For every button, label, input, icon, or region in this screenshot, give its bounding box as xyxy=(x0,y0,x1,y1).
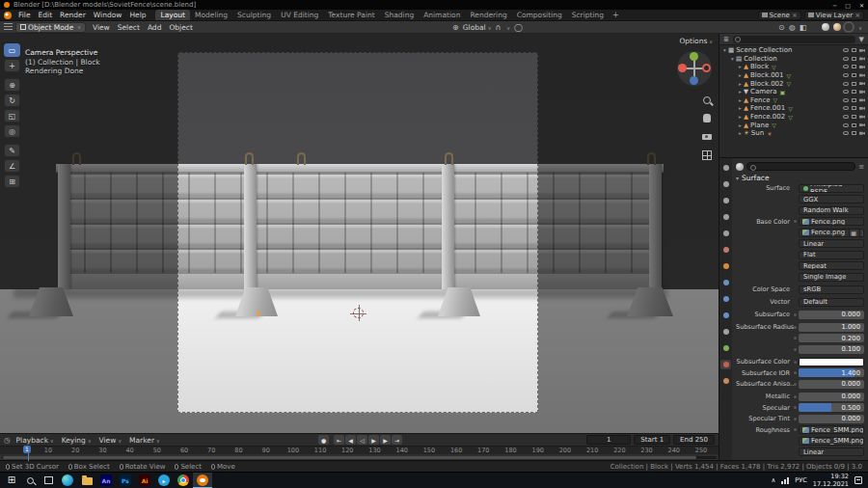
hide-in-viewport-icon[interactable] xyxy=(843,57,849,61)
viewport-menu-select[interactable]: Select xyxy=(114,23,144,32)
menu-help[interactable]: Help xyxy=(125,11,149,19)
viewport-menu-object[interactable]: Object xyxy=(165,23,196,32)
hide-in-viewport-icon[interactable] xyxy=(843,131,849,135)
properties-tab-physics[interactable] xyxy=(720,311,731,320)
taskbar-clock[interactable]: 19:32 17.12.2021 xyxy=(813,473,849,488)
decorate-dot[interactable] xyxy=(794,418,797,420)
expand-icon[interactable]: ▸ xyxy=(737,130,744,136)
annotate-tool[interactable]: ✎ xyxy=(4,144,20,157)
add-workspace-button[interactable]: + xyxy=(609,11,623,19)
camera-frame[interactable] xyxy=(177,52,538,413)
select-box-tool[interactable]: ▭ xyxy=(4,43,20,57)
orientation-select[interactable]: Global xyxy=(463,23,492,32)
outliner-row-block[interactable]: ▸▲Block▽ xyxy=(719,63,868,71)
fence-png-datablock[interactable]: Fence.png▦× xyxy=(799,229,864,237)
metallic-slider[interactable]: 0.000 xyxy=(799,393,864,401)
timeline-menu-view[interactable]: View xyxy=(95,436,125,445)
outliner-row-fence[interactable]: ▸▲Fence▽ xyxy=(719,96,868,105)
disable-in-viewports-icon[interactable] xyxy=(852,65,856,68)
hide-in-viewport-icon[interactable] xyxy=(843,115,849,119)
timeline-menu-playback[interactable]: Playback xyxy=(13,436,58,445)
menu-render[interactable]: Render xyxy=(56,11,90,19)
workspace-tab-uv-editing[interactable]: UV Editing xyxy=(276,10,323,20)
expand-icon[interactable]: ▸ xyxy=(737,114,744,120)
collapse-icon[interactable]: ▾ xyxy=(736,175,739,181)
decorate-dot[interactable] xyxy=(794,337,797,339)
specular-slider[interactable]: 0.500 xyxy=(799,403,864,412)
shading-solid-icon[interactable] xyxy=(822,23,829,31)
workspace-tab-animation[interactable]: Animation xyxy=(419,10,465,20)
menu-edit[interactable]: Edit xyxy=(35,11,57,19)
start-frame-field[interactable]: Start 1 xyxy=(634,435,670,445)
taskbar-app-blender[interactable] xyxy=(193,473,212,488)
decorate-dot[interactable] xyxy=(794,406,797,409)
workspace-tab-texture-paint[interactable]: Texture Paint xyxy=(323,10,379,20)
snap-magnet-icon[interactable]: ∩ xyxy=(495,23,501,32)
disable-in-viewports-icon[interactable] xyxy=(852,90,856,94)
linear-select[interactable]: Linear xyxy=(799,447,864,456)
disable-in-viewports-icon[interactable] xyxy=(852,106,856,110)
properties-filter-icon[interactable]: ≡ xyxy=(858,163,864,171)
pan-control[interactable] xyxy=(700,112,713,124)
jump-to-start-button[interactable]: ⇤ xyxy=(334,435,344,445)
disable-in-renders-icon[interactable] xyxy=(859,90,865,94)
tray-expand-icon[interactable]: ∧ xyxy=(772,476,776,484)
disable-in-renders-icon[interactable] xyxy=(859,48,865,52)
hide-in-viewport-icon[interactable] xyxy=(843,48,849,52)
start-button[interactable]: ⊞ xyxy=(3,473,20,488)
timeline-editor-icon[interactable]: ◷ xyxy=(4,436,11,445)
network-icon[interactable] xyxy=(781,477,789,484)
taskbar-app-illustrator[interactable]: Ai xyxy=(135,473,154,488)
outliner-row-fence-001[interactable]: ▸▲Fence.001▽ xyxy=(719,104,868,113)
outliner-editor-icon[interactable]: ≣ xyxy=(723,36,729,43)
hide-in-viewport-icon[interactable] xyxy=(843,73,849,77)
timeline-editor[interactable]: ◷ PlaybackKeyingViewMarker ●⇤◀◁▶▶⇥ 1 Sta… xyxy=(0,433,719,460)
disable-in-renders-icon[interactable] xyxy=(859,123,865,127)
disable-in-viewports-icon[interactable] xyxy=(852,123,856,127)
outliner-row-block-001[interactable]: ▸▲Block.001▽ xyxy=(719,71,868,80)
expand-icon[interactable]: ▸ xyxy=(737,105,744,111)
open-image-icon[interactable]: ▦ xyxy=(849,230,857,236)
properties-tab-modifiers[interactable] xyxy=(720,278,731,287)
decorate-dot[interactable] xyxy=(794,361,797,364)
workspace-tab-compositing[interactable]: Compositing xyxy=(512,10,567,20)
disable-in-viewports-icon[interactable] xyxy=(852,115,856,119)
expand-icon[interactable]: ▸ xyxy=(737,89,744,95)
random-walk-select[interactable]: Random Walk xyxy=(799,206,864,215)
toggle-ortho-control[interactable] xyxy=(700,149,713,161)
decorate-dot[interactable] xyxy=(794,383,797,386)
ggx-select[interactable]: GGX xyxy=(799,195,864,203)
hide-in-viewport-icon[interactable] xyxy=(843,123,849,127)
timeline-menu-keying[interactable]: Keying xyxy=(58,436,95,445)
workspace-tab-scripting[interactable]: Scripting xyxy=(567,10,609,20)
subsurface-slider[interactable]: 0.000 xyxy=(799,311,864,319)
0-200-slider[interactable]: 0.200 xyxy=(799,334,864,342)
outliner-row-camera[interactable]: ▸▼Camera▣ xyxy=(719,88,868,96)
show-gizmo-icon[interactable]: ⊙ xyxy=(778,23,785,32)
taskbar-app-telegram[interactable] xyxy=(154,473,174,488)
expand-icon[interactable]: ▾ xyxy=(721,47,728,53)
decorate-dot[interactable] xyxy=(794,348,797,351)
vector-select[interactable]: Default xyxy=(799,298,864,307)
decorate-dot[interactable] xyxy=(794,371,797,374)
disable-in-viewports-icon[interactable] xyxy=(852,73,856,77)
mode-select[interactable]: Object Mode xyxy=(15,22,86,33)
shading-material-preview-icon[interactable] xyxy=(833,23,841,31)
outliner-search-input[interactable] xyxy=(733,36,855,43)
properties-search-input[interactable] xyxy=(746,162,855,171)
disable-in-renders-icon[interactable] xyxy=(859,106,865,110)
properties-tab-output[interactable] xyxy=(720,196,731,205)
properties-tab-constraints[interactable] xyxy=(720,327,731,337)
outliner-row-collection[interactable]: ▾▤Collection xyxy=(719,55,868,64)
disable-in-viewports-icon[interactable] xyxy=(852,98,856,102)
disable-in-renders-icon[interactable] xyxy=(859,57,865,61)
disable-in-renders-icon[interactable] xyxy=(859,131,865,135)
action-center-icon[interactable] xyxy=(854,476,862,484)
subsurface-radius-slider[interactable]: 1.000 xyxy=(799,323,864,332)
properties-tab-data[interactable] xyxy=(720,343,731,353)
shading-options-caret[interactable] xyxy=(856,23,862,32)
expand-icon[interactable]: ▸ xyxy=(737,72,744,78)
expand-icon[interactable]: ▸ xyxy=(737,64,744,69)
properties-tab-object[interactable] xyxy=(720,261,731,271)
properties-tab-material[interactable] xyxy=(720,360,731,369)
